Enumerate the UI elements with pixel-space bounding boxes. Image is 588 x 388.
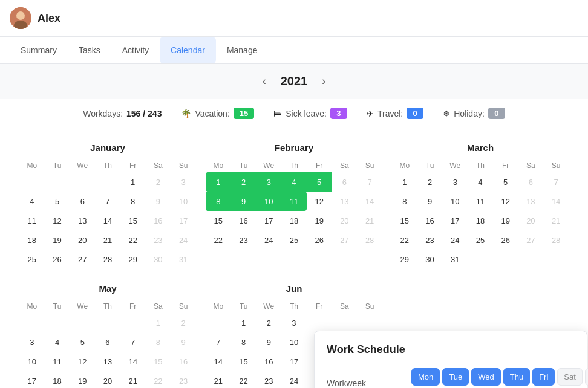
cal-header: We bbox=[70, 300, 95, 313]
cal-day: 19 bbox=[307, 211, 332, 230]
cal-day: 5 bbox=[45, 192, 70, 211]
day-button-tue[interactable]: Tue bbox=[442, 368, 469, 386]
cal-day: 21 bbox=[357, 211, 382, 230]
cal-day: 29 bbox=[120, 250, 146, 269]
cal-day: 12 bbox=[70, 352, 95, 371]
cal-header: Su bbox=[543, 159, 569, 172]
day-button-mon[interactable]: Mon bbox=[411, 368, 440, 386]
cal-day: 2 bbox=[256, 313, 281, 332]
cal-day: 20 bbox=[332, 211, 358, 230]
table-row: 1 2 3 4 5 6 7 bbox=[392, 172, 569, 192]
cal-header: Mo bbox=[206, 300, 231, 313]
cal-day: 17 bbox=[19, 371, 45, 388]
cal-header: Sa bbox=[146, 159, 171, 172]
cal-header: Th bbox=[95, 159, 120, 172]
stats-bar: Workdays: 156 / 243 Vacation: 15 Sick le… bbox=[0, 99, 588, 128]
cal-day: 13 bbox=[518, 192, 544, 211]
cal-header: Tu bbox=[417, 159, 443, 172]
cal-day bbox=[95, 172, 120, 192]
cal-day: 31 bbox=[442, 250, 468, 269]
username: Alex bbox=[38, 12, 60, 25]
cal-header: We bbox=[70, 159, 95, 172]
cal-day: 9 bbox=[256, 332, 281, 352]
table-row: 15 16 17 18 19 20 21 bbox=[392, 211, 569, 230]
cal-day: 16 bbox=[417, 211, 443, 230]
table-row: 3 4 5 6 7 8 9 bbox=[19, 332, 196, 352]
cal-day: 19 bbox=[70, 371, 95, 388]
cal-day: 19 bbox=[493, 211, 518, 230]
table-row: 22 23 24 25 26 27 28 bbox=[392, 230, 569, 250]
cal-day: 21 bbox=[120, 371, 146, 388]
cal-day bbox=[543, 250, 569, 269]
cal-day: 3 bbox=[281, 313, 307, 332]
nav-tasks[interactable]: Tasks bbox=[68, 37, 111, 63]
cal-day: 11 bbox=[19, 211, 45, 230]
workweek-content: Mon Tue Wed Thu Fri Sat Sun Default work… bbox=[411, 368, 588, 388]
cal-day: 16 bbox=[146, 211, 171, 230]
cal-day: 17 bbox=[171, 211, 196, 230]
january-title: January bbox=[19, 143, 196, 153]
nav-calendar[interactable]: Calendar bbox=[160, 37, 216, 63]
cal-day: 15 bbox=[392, 211, 417, 230]
nav-summary[interactable]: Summary bbox=[10, 37, 68, 63]
cal-day: 7 bbox=[95, 192, 120, 211]
cal-day: 5 bbox=[493, 172, 518, 192]
table-row: 25 26 27 28 29 30 31 bbox=[19, 250, 196, 269]
cal-header: Mo bbox=[19, 159, 45, 172]
cal-day bbox=[45, 172, 70, 192]
cal-day: 7 bbox=[543, 172, 569, 192]
nav-manage[interactable]: Manage bbox=[216, 37, 269, 63]
cal-day bbox=[95, 313, 120, 332]
next-year-button[interactable]: › bbox=[317, 73, 330, 90]
holiday-icon bbox=[443, 109, 450, 118]
march-title: March bbox=[392, 143, 569, 153]
cal-header: We bbox=[256, 300, 281, 313]
cal-day: 4 bbox=[468, 172, 493, 192]
cal-day: 13 bbox=[70, 211, 95, 230]
cal-header: Th bbox=[281, 300, 307, 313]
day-button-sat[interactable]: Sat bbox=[557, 368, 583, 386]
workweek-label: Workweek bbox=[327, 378, 411, 388]
cal-day: 25 bbox=[281, 230, 307, 250]
cal-day: 27 bbox=[332, 230, 358, 250]
cal-day: 9 bbox=[171, 332, 196, 352]
nav-activity[interactable]: Activity bbox=[111, 37, 160, 63]
cal-day: 19 bbox=[45, 230, 70, 250]
cal-day: 17 bbox=[442, 211, 468, 230]
prev-year-button[interactable]: ‹ bbox=[258, 73, 271, 90]
day-button-wed[interactable]: Wed bbox=[471, 368, 501, 386]
cal-header: Tu bbox=[45, 300, 70, 313]
travel-icon bbox=[367, 109, 374, 118]
cal-day: 22 bbox=[231, 371, 256, 388]
workdays-value: 156 / 243 bbox=[126, 109, 162, 118]
workweek-row: Workweek Mon Tue Wed Thu Fri Sat Sun Def… bbox=[327, 368, 575, 388]
cal-day: 12 bbox=[45, 211, 70, 230]
cal-day bbox=[307, 313, 332, 332]
cal-day: 20 bbox=[518, 211, 544, 230]
cal-day: 10 bbox=[19, 352, 45, 371]
table-row: 1 2 3 bbox=[206, 313, 382, 332]
cal-day: 30 bbox=[146, 250, 171, 269]
cal-header: Sa bbox=[332, 300, 358, 313]
cal-header: Fr bbox=[120, 159, 146, 172]
workdays-label: Workdays: bbox=[83, 109, 123, 118]
cal-header: Su bbox=[171, 300, 196, 313]
cal-day: 23 bbox=[417, 230, 443, 250]
cal-day: 22 bbox=[146, 371, 171, 388]
cal-day: 8 bbox=[206, 192, 231, 211]
cal-day bbox=[332, 313, 358, 332]
day-button-fri[interactable]: Fri bbox=[532, 368, 555, 386]
day-button-thu[interactable]: Thu bbox=[503, 368, 530, 386]
cal-header: Fr bbox=[307, 300, 332, 313]
cal-header: Mo bbox=[206, 159, 231, 172]
sick-label: Sick leave: bbox=[286, 109, 327, 118]
year-navigation: ‹ 2021 › bbox=[0, 64, 588, 99]
cal-day: 10 bbox=[281, 332, 307, 352]
cal-day: 26 bbox=[45, 250, 70, 269]
cal-day bbox=[493, 250, 518, 269]
day-button-sun[interactable]: Sun bbox=[585, 368, 588, 386]
svg-point-1 bbox=[16, 11, 25, 20]
cal-day: 3 bbox=[19, 332, 45, 352]
vacation-icon bbox=[181, 109, 191, 118]
cal-day: 17 bbox=[281, 352, 307, 371]
